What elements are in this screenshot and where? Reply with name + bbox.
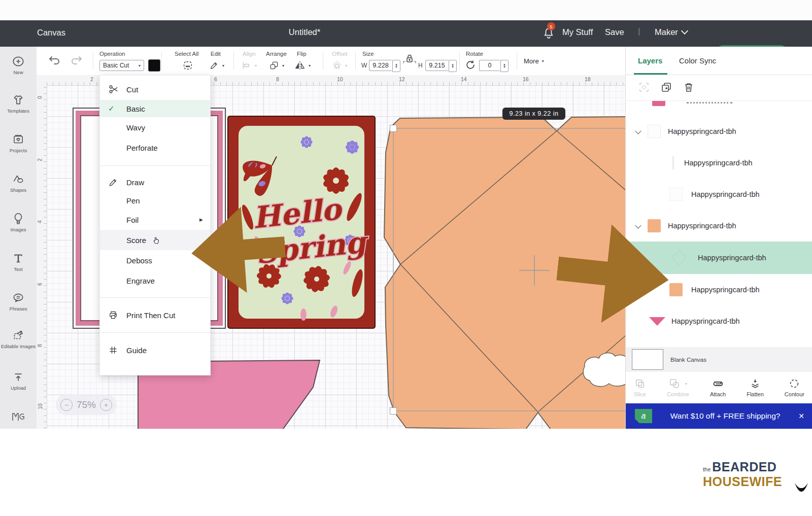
offset-label: Offset <box>332 51 347 57</box>
ruler-number: 2 <box>90 76 93 82</box>
rotate-icon[interactable] <box>465 59 476 71</box>
sidebar-item-upload[interactable]: Upload <box>0 370 37 391</box>
menu-item-foil[interactable]: Foil▶ <box>100 210 210 230</box>
ruler-vertical: 0 2 4 6 8 10 <box>37 85 47 429</box>
logo-line2: HOUSEWIFE <box>703 474 782 489</box>
ruler-number: 6 <box>214 76 217 82</box>
sidebar-label: Images <box>0 227 37 232</box>
zoom-control: − 75% + <box>56 395 117 415</box>
ruler-number: 6 <box>37 283 43 286</box>
zoom-in-icon[interactable]: + <box>100 399 112 411</box>
select-all-icon[interactable] <box>182 60 193 71</box>
notifications-bell-icon[interactable]: 5 <box>542 26 555 40</box>
sidebar-item-phrases[interactable]: Phrases <box>0 291 37 312</box>
sidebar-item-text[interactable]: Text <box>0 252 37 272</box>
menu-item-pen[interactable]: Pen <box>100 191 210 210</box>
undo-icon[interactable] <box>48 54 62 66</box>
sidebar-item-templates[interactable]: Templates <box>0 93 37 114</box>
sidebar-item-shapes[interactable]: Shapes <box>0 173 37 193</box>
layers-panel: Layers Color Sync Happyspringcard-tbh Ha <box>625 47 812 429</box>
ruler-number: 2 <box>37 158 43 161</box>
toolbar-divider <box>93 52 93 70</box>
menu-item-draw[interactable]: Draw <box>100 173 210 191</box>
trash-icon[interactable] <box>683 81 695 93</box>
sidebar-label: Phrases <box>0 306 37 312</box>
menu-item-print-then-cut[interactable]: Print Then Cut <box>100 304 210 326</box>
menu-item-cut[interactable]: Cut <box>100 76 210 100</box>
sidebar-item-projects[interactable]: Projects <box>0 133 37 153</box>
attach-tool[interactable]: Attach <box>710 378 726 397</box>
align-label: Align <box>243 51 256 57</box>
sidebar-item-new[interactable]: New <box>0 55 37 75</box>
sidebar-label: Text <box>0 266 37 272</box>
width-stepper[interactable]: ▲▼ <box>392 60 400 72</box>
document-title[interactable]: Untitled* <box>249 27 360 37</box>
sidebar-label: Editable Images <box>0 343 37 349</box>
ruler-number: 8 <box>276 76 279 82</box>
machine-selector[interactable]: Maker <box>655 27 687 37</box>
header-divider: | <box>638 26 640 37</box>
rotate-stepper[interactable]: ▲▼ <box>500 60 509 72</box>
promo-banner[interactable]: a Want $10 off + FREE shipping? ✕ <box>626 403 812 429</box>
contour-tool[interactable]: Contour <box>785 378 804 397</box>
layer-row-clipped[interactable] <box>626 101 812 108</box>
layer-swatch-line <box>672 156 674 169</box>
caret-down-icon: ▾ <box>255 63 257 68</box>
sidebar-label: Templates <box>0 108 37 114</box>
layer-tools-bar: Slice ▾ Combine Attach Flatten Contour <box>626 372 812 403</box>
menu-item-guide[interactable]: Guide <box>100 338 210 362</box>
align-tool: ▾ <box>242 61 257 70</box>
layer-row-group[interactable]: Happyspringcard-tbh <box>626 116 812 147</box>
layer-row-group[interactable]: Happyspringcard-tbh <box>626 210 812 242</box>
rotate-input[interactable] <box>479 60 500 71</box>
flip-tool[interactable]: ▾ <box>294 60 311 71</box>
toolbar-divider <box>161 52 162 70</box>
chevron-down-icon[interactable] <box>635 127 641 134</box>
redo-icon[interactable] <box>69 54 83 66</box>
flatten-tool[interactable]: Flatten <box>747 378 764 397</box>
tab-color-sync[interactable]: Color Sync <box>679 47 716 75</box>
menu-item-perforate[interactable]: Perforate <box>100 137 210 158</box>
guide-icon <box>108 345 126 355</box>
close-icon[interactable]: ✕ <box>798 412 812 420</box>
menu-item-basic[interactable]: ✓ Basic <box>100 100 210 117</box>
tab-layers[interactable]: Layers <box>638 47 662 75</box>
ruler-number: 4 <box>37 220 43 223</box>
arrange-tool[interactable]: ▾ <box>269 60 284 71</box>
more-button[interactable]: More▾ <box>524 57 544 65</box>
ruler-number: 10 <box>37 403 43 409</box>
height-stepper[interactable]: ▲▼ <box>449 60 457 72</box>
lock-ratio-icon[interactable] <box>403 53 416 65</box>
menu-item-score[interactable]: Score <box>100 230 210 250</box>
menu-item-wavy[interactable]: Wavy <box>100 117 210 137</box>
slice-tool: Slice <box>634 378 646 397</box>
operation-color-swatch[interactable] <box>148 59 160 72</box>
sidebar-item-editable-images[interactable]: Editable Images <box>0 329 37 349</box>
selection-handle[interactable] <box>390 125 397 132</box>
menu-item-engrave[interactable]: Engrave <box>100 270 210 291</box>
width-input[interactable] <box>369 60 392 71</box>
edit-tool[interactable]: ▾ <box>209 60 224 71</box>
layer-swatch-orange <box>648 219 661 232</box>
save-link[interactable]: Save <box>605 27 624 37</box>
menu-divider <box>100 332 210 333</box>
duplicate-icon[interactable] <box>660 81 672 93</box>
layer-row-child[interactable]: Happyspringcard-tbh <box>626 147 812 179</box>
chevron-down-icon[interactable] <box>635 222 641 228</box>
zoom-out-icon[interactable]: − <box>60 399 73 411</box>
sidebar-item-monogram[interactable] <box>0 410 37 425</box>
height-input[interactable] <box>425 60 448 71</box>
sidebar-item-images[interactable]: Images <box>0 212 37 232</box>
layer-row-child[interactable]: Happyspringcard-tbh <box>626 179 812 210</box>
layer-row[interactable]: Happyspringcard-tbh <box>626 305 812 337</box>
ruler-number: 16 <box>523 76 529 82</box>
caret-down-icon: ▾ <box>345 63 347 68</box>
layer-swatch-ghost <box>671 250 686 265</box>
blank-canvas-row[interactable]: Blank Canvas <box>626 347 812 372</box>
ruler-number: 14 <box>461 76 467 82</box>
caret-down-icon: ▾ <box>139 63 141 68</box>
my-stuff-link[interactable]: My Stuff <box>562 27 593 37</box>
operation-select[interactable]: Basic Cut▾ <box>99 60 144 71</box>
canvas-card-hello-spring[interactable]: Hello Spring <box>227 116 376 329</box>
selection-handle[interactable] <box>390 408 397 415</box>
